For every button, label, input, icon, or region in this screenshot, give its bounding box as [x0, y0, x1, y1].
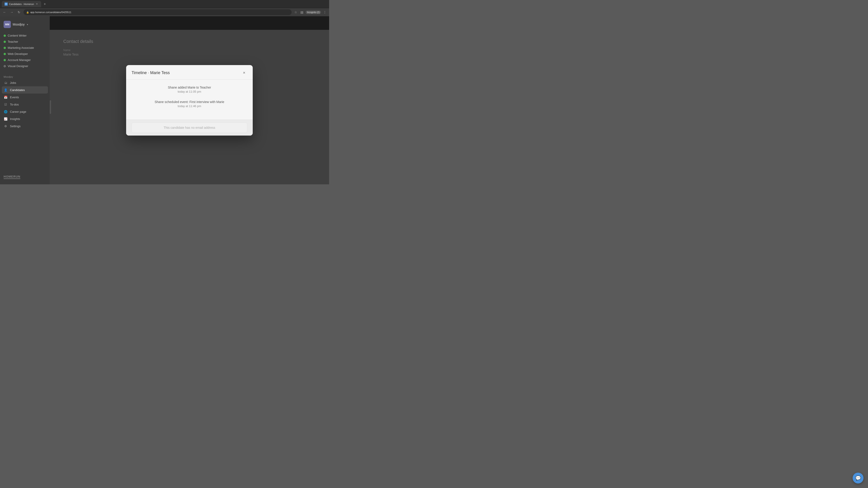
- event-time-1: today at 11:05 pm: [131, 90, 247, 93]
- event-time-2: today at 11:46 pm: [131, 104, 247, 108]
- candidates-icon: 👤: [4, 88, 8, 92]
- sidebar-item-settings[interactable]: ⚙ Settings: [2, 123, 48, 130]
- tab-favicon: H: [4, 2, 8, 6]
- sidebar-nav: 🗂 Jobs 👤 Candidates 📅 Events ☑ To-dos 🌐 …: [0, 79, 50, 130]
- timeline-modal: Timeline · Marie Tess × Shane added Mari…: [126, 65, 253, 135]
- back-button[interactable]: ←: [2, 9, 7, 15]
- address-bar-row: ← → ↻ 🔒 app.homerun.co/candidates/542551…: [0, 8, 329, 16]
- settings-icon: ⚙: [4, 124, 8, 128]
- sidebar-item-career-page[interactable]: 🌐 Career page: [2, 108, 48, 115]
- nav-label: To-dos: [10, 103, 19, 106]
- job-label: Web Developer: [8, 52, 28, 56]
- nav-label: Jobs: [10, 81, 16, 85]
- modal-title: Timeline · Marie Tess: [131, 70, 170, 75]
- job-dot-active: [4, 47, 6, 49]
- org-name: Moodjoy: [13, 23, 25, 26]
- url-text: app.homerun.co/candidates/5425511: [30, 11, 71, 13]
- homerun-logo: HOMERUN: [4, 175, 20, 179]
- sidebar-item-insights[interactable]: 📈 Insights: [2, 115, 48, 123]
- nav-label: Career page: [10, 110, 26, 113]
- job-item-marketing-associate[interactable]: Marketing Associate: [2, 45, 48, 51]
- app-layout: MM Moodjoy ▾ Content Writer Teacher Mark…: [0, 16, 329, 184]
- org-selector[interactable]: MM Moodjoy ▾: [0, 19, 50, 30]
- sidebar-footer: HOMERUN: [0, 172, 50, 182]
- sidebar-toggle-button[interactable]: ▤: [300, 9, 304, 15]
- insights-icon: 📈: [4, 117, 8, 121]
- new-tab-button[interactable]: +: [42, 1, 48, 7]
- no-email-notice: This candidate has no email address: [131, 123, 247, 133]
- main-content: Contact details Name Marie Tess Timeline…: [50, 16, 329, 184]
- job-list: Content Writer Teacher Marketing Associa…: [0, 33, 50, 69]
- menu-button[interactable]: ⋮: [322, 9, 327, 15]
- modal-body: Shane added Marie to Teacher today at 11…: [126, 80, 253, 120]
- tab-close-button[interactable]: ✕: [35, 2, 38, 6]
- address-bar[interactable]: 🔒 app.homerun.co/candidates/5425511: [24, 9, 291, 15]
- event-text-1: Shane added Marie to Teacher: [131, 85, 247, 90]
- sidebar-section-label: Moodjoy: [0, 74, 50, 79]
- nav-label: Settings: [10, 125, 21, 128]
- org-avatar: MM: [4, 21, 11, 28]
- job-item-visual-designer[interactable]: Visual Designer: [2, 63, 48, 69]
- timeline-event-1: Shane added Marie to Teacher today at 11…: [131, 85, 247, 93]
- modal-backdrop: Timeline · Marie Tess × Shane added Mari…: [50, 16, 329, 184]
- job-label: Account Manager: [8, 58, 31, 62]
- events-icon: 📅: [4, 95, 8, 99]
- job-label: Teacher: [8, 40, 18, 43]
- modal-header: Timeline · Marie Tess ×: [126, 65, 253, 80]
- tab-bar: H Candidates · Homerun ✕ +: [0, 0, 329, 8]
- job-item-web-developer[interactable]: Web Developer: [2, 51, 48, 57]
- timeline-event-2: Shane scheduled event: First interview w…: [131, 100, 247, 108]
- job-item-content-writer[interactable]: Content Writer: [2, 33, 48, 39]
- job-dot-active: [4, 41, 6, 43]
- bookmark-button[interactable]: ☆: [293, 9, 298, 15]
- job-label: Marketing Associate: [8, 46, 34, 50]
- todos-icon: ☑: [4, 102, 8, 106]
- org-chevron-icon: ▾: [27, 23, 28, 26]
- sidebar-item-jobs[interactable]: 🗂 Jobs: [2, 79, 48, 86]
- lock-icon: 🔒: [26, 11, 29, 13]
- nav-label: Insights: [10, 117, 20, 121]
- tab-title: Candidates · Homerun: [9, 3, 34, 5]
- career-page-icon: 🌐: [4, 109, 8, 113]
- sidebar-item-candidates[interactable]: 👤 Candidates: [2, 86, 48, 94]
- forward-button[interactable]: →: [9, 9, 14, 15]
- nav-label: Candidates: [10, 88, 25, 92]
- nav-label: Events: [10, 96, 19, 99]
- sidebar-item-events[interactable]: 📅 Events: [2, 94, 48, 101]
- job-dot-active: [4, 59, 6, 61]
- reload-button[interactable]: ↻: [16, 9, 22, 15]
- sidebar-item-todos[interactable]: ☑ To-dos: [2, 101, 48, 108]
- sidebar: MM Moodjoy ▾ Content Writer Teacher Mark…: [0, 16, 50, 184]
- job-item-account-manager[interactable]: Account Manager: [2, 57, 48, 63]
- job-item-teacher[interactable]: Teacher: [2, 39, 48, 45]
- job-dot-inactive: [4, 65, 6, 67]
- job-dot-active: [4, 53, 6, 55]
- modal-close-button[interactable]: ×: [241, 70, 247, 76]
- job-label: Content Writer: [8, 34, 27, 37]
- modal-footer: This candidate has no email address: [126, 120, 253, 135]
- event-text-2: Shane scheduled event: First interview w…: [131, 100, 247, 104]
- job-label: Visual Designer: [8, 64, 28, 68]
- job-dot-active: [4, 35, 6, 37]
- active-tab[interactable]: H Candidates · Homerun ✕: [2, 1, 41, 7]
- incognito-badge[interactable]: Incognito (2): [306, 11, 321, 14]
- jobs-icon: 🗂: [4, 80, 8, 85]
- browser-actions: ☆ ▤ Incognito (2) ⋮: [293, 9, 327, 15]
